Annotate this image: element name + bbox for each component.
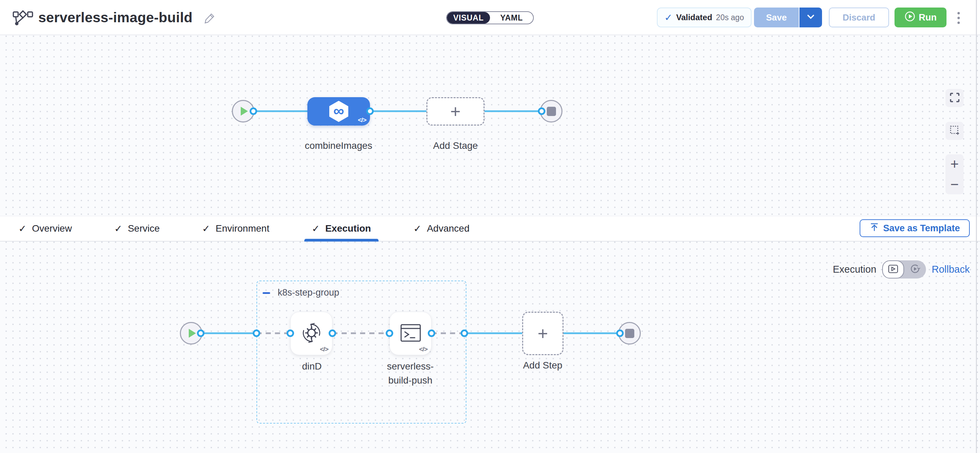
tab-check-icon: ✓	[19, 223, 26, 234]
connection-port[interactable]	[253, 330, 260, 337]
step-group-container	[256, 281, 466, 424]
tab-check-icon: ✓	[202, 223, 210, 234]
end-stop-icon	[625, 329, 634, 338]
pipeline-icon	[12, 10, 33, 28]
terminal-icon	[400, 323, 422, 344]
code-tag-icon: </>	[358, 116, 366, 124]
save-as-template-button[interactable]: Save as Template	[860, 219, 970, 237]
connector	[485, 110, 542, 112]
multi-select-button[interactable]	[945, 122, 964, 140]
run-label: Run	[919, 12, 937, 23]
end-stop-icon	[547, 107, 556, 116]
tab-check-icon: ✓	[312, 223, 320, 234]
connector	[563, 333, 620, 334]
start-play-icon	[241, 107, 248, 116]
tab-overview[interactable]: ✓ Overview	[17, 216, 73, 241]
run-play-icon	[904, 11, 915, 24]
add-stage-label: Add Stage	[426, 139, 485, 153]
connection-port[interactable]	[366, 107, 374, 115]
visual-yaml-toggle: VISUAL YAML	[446, 11, 534, 24]
tab-check-icon: ✓	[414, 223, 421, 234]
connection-port[interactable]	[461, 330, 468, 337]
code-tag-icon: </>	[320, 346, 328, 353]
save-options-button[interactable]	[799, 8, 822, 27]
scrollbar[interactable]	[976, 0, 977, 453]
validated-time: 20s ago	[716, 13, 744, 22]
step-group-name: k8s-step-group	[278, 287, 339, 298]
connector-dashed	[256, 333, 290, 334]
fit-to-screen-button[interactable]	[945, 89, 964, 107]
collapse-group-button[interactable]	[262, 289, 273, 297]
step-label-dind: dinD	[269, 360, 355, 373]
tab-service[interactable]: ✓ Service	[113, 216, 161, 241]
toggle-visual[interactable]: VISUAL	[447, 12, 490, 24]
stage-tabbar: ✓ Overview ✓ Service ✓ Environment ✓ Exe…	[0, 216, 980, 242]
tab-check-icon: ✓	[114, 223, 122, 234]
connector	[201, 333, 256, 334]
tab-advanced[interactable]: ✓ Advanced	[412, 216, 471, 241]
connection-port[interactable]	[286, 330, 294, 337]
header: serverless-image-build VISUAL YAML ✓ Val…	[0, 0, 980, 35]
toggle-yaml[interactable]: YAML	[490, 12, 533, 24]
connection-port[interactable]	[616, 330, 624, 337]
connector-dashed	[332, 333, 390, 334]
execution-canvas: Execution	[0, 242, 980, 453]
connector	[466, 333, 522, 334]
execution-rollback-toggle	[882, 260, 926, 279]
chevron-down-icon	[807, 14, 815, 21]
zoom-out-button[interactable]: −	[945, 174, 964, 195]
stage-canvas: ∞ </> + combineImages Add Stage	[0, 35, 980, 216]
stage-label: combineImages	[294, 139, 383, 153]
add-step-button[interactable]: +	[522, 312, 563, 355]
execution-mode-row: Execution	[833, 260, 970, 279]
edit-title-icon[interactable]	[204, 12, 215, 26]
upload-icon	[870, 222, 879, 234]
tab-execution[interactable]: ✓ Execution	[310, 216, 372, 241]
rollback-link[interactable]: Rollback	[932, 264, 970, 275]
rollback-mode-button[interactable]	[904, 260, 926, 279]
connection-port[interactable]	[197, 330, 204, 337]
discard-button[interactable]: Discard	[829, 8, 889, 27]
run-button[interactable]: Run	[894, 8, 947, 27]
pipeline-studio: serverless-image-build VISUAL YAML ✓ Val…	[0, 0, 980, 453]
execution-play-icon	[888, 265, 898, 275]
pipeline-title: serverless-image-build	[38, 10, 192, 26]
step-node-dind[interactable]: </>	[290, 312, 332, 355]
start-play-icon	[189, 329, 196, 338]
stage-node-combineimages[interactable]: ∞ </>	[307, 97, 370, 126]
zoom-in-button[interactable]: +	[945, 154, 964, 174]
connection-port[interactable]	[538, 107, 546, 115]
fullscreen-icon	[949, 92, 960, 104]
connection-port[interactable]	[329, 330, 336, 337]
dind-gear-sync-icon	[299, 320, 325, 347]
step-label-serverless-build-push: serverless-build-push	[383, 360, 438, 387]
stage-tabs: ✓ Overview ✓ Service ✓ Environment ✓ Exe…	[17, 216, 471, 241]
connector	[370, 110, 426, 112]
connector-dashed	[431, 333, 465, 334]
marquee-select-icon	[949, 125, 960, 137]
connection-port[interactable]	[250, 107, 257, 115]
step-node-serverless-build-push[interactable]: </>	[390, 312, 431, 355]
execution-mode-label: Execution	[833, 264, 876, 275]
tab-environment[interactable]: ✓ Environment	[201, 216, 271, 241]
validated-badge: ✓ Validated 20s ago	[657, 8, 752, 27]
connection-port[interactable]	[386, 330, 393, 337]
zoom-controls: + −	[945, 154, 964, 195]
code-tag-icon: </>	[419, 346, 428, 353]
add-stage-button[interactable]: +	[426, 97, 485, 126]
execution-mode-button[interactable]	[882, 260, 904, 279]
validated-check-icon: ✓	[664, 12, 672, 23]
connection-port[interactable]	[428, 330, 435, 337]
stage-type-icon: ∞	[329, 101, 348, 122]
more-options-icon[interactable]	[953, 8, 964, 27]
add-step-label: Add Step	[502, 359, 584, 373]
validated-label: Validated	[676, 13, 712, 22]
connector	[253, 110, 307, 112]
save-split-button: Save	[754, 8, 822, 27]
rollback-icon	[910, 264, 920, 276]
save-button[interactable]: Save	[754, 8, 799, 27]
